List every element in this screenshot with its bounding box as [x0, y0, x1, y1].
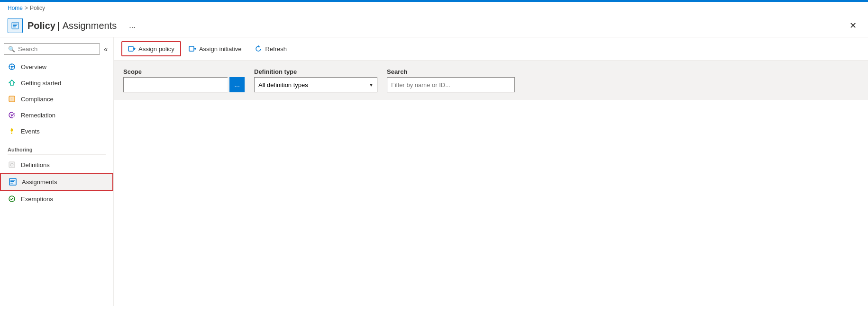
- page-icon: [8, 18, 23, 33]
- definition-type-filter-group: Definition type All definition types Pol…: [254, 68, 377, 92]
- svg-rect-21: [10, 183, 13, 184]
- scope-input[interactable]: [123, 77, 228, 92]
- scope-input-row: ...: [123, 77, 245, 92]
- breadcrumb: Home > Policy: [0, 2, 868, 14]
- sidebar-item-label-events: Events: [21, 128, 40, 135]
- getting-started-icon: [8, 79, 16, 87]
- content-area: Assign policy Assign initiative Refresh: [114, 37, 868, 306]
- authoring-section-label: Authoring: [0, 139, 113, 154]
- close-button[interactable]: ✕: [846, 18, 860, 33]
- ellipsis-button[interactable]: ...: [125, 19, 139, 32]
- svg-marker-14: [12, 128, 13, 132]
- svg-rect-25: [189, 46, 194, 51]
- header-pipe: |: [57, 20, 63, 31]
- search-input[interactable]: [18, 45, 96, 53]
- header-left: Policy | Assignments ...: [8, 18, 139, 33]
- definition-type-select[interactable]: All definition types Policy Initiative: [254, 77, 377, 92]
- header-subtitle: Assignments: [63, 20, 117, 31]
- sidebar-item-overview[interactable]: Overview: [0, 59, 113, 75]
- definitions-icon: [8, 160, 16, 169]
- compliance-icon: !: [8, 95, 16, 103]
- assign-policy-label: Assign policy: [138, 45, 174, 53]
- header-title: Policy: [27, 20, 55, 31]
- sidebar-item-label-assignments: Assignments: [22, 178, 57, 186]
- svg-rect-1: [13, 24, 18, 25]
- assign-policy-button[interactable]: Assign policy: [121, 41, 181, 56]
- sidebar-item-label-remediation: Remediation: [21, 112, 55, 119]
- refresh-icon: [255, 45, 262, 53]
- svg-rect-2: [13, 25, 17, 26]
- sidebar-item-definitions[interactable]: Definitions: [0, 157, 113, 173]
- search-filter-input[interactable]: [387, 77, 515, 92]
- assign-policy-icon: [128, 45, 136, 53]
- svg-marker-13: [10, 128, 12, 132]
- search-input-wrap: 🔍: [4, 43, 100, 55]
- svg-rect-16: [9, 162, 15, 168]
- sidebar-item-label-getting-started: Getting started: [21, 80, 61, 87]
- remediation-icon: [8, 111, 16, 119]
- sidebar-item-label-compliance: Compliance: [21, 96, 54, 103]
- sidebar-item-exemptions[interactable]: Exemptions: [0, 191, 113, 207]
- breadcrumb-separator: >: [25, 5, 28, 11]
- overview-icon: [8, 62, 16, 71]
- assignments-icon: [9, 178, 17, 186]
- header-title-group: Policy | Assignments: [27, 20, 117, 31]
- filter-bar: Scope ... Definition type All definition…: [114, 61, 868, 100]
- svg-rect-19: [10, 180, 15, 181]
- breadcrumb-home[interactable]: Home: [8, 5, 23, 11]
- scope-browse-button[interactable]: ...: [229, 77, 245, 92]
- svg-rect-3: [13, 27, 16, 27]
- collapse-button[interactable]: «: [102, 44, 110, 55]
- svg-rect-20: [10, 181, 14, 182]
- svg-point-5: [11, 66, 13, 68]
- events-icon: [8, 127, 16, 135]
- sidebar-item-assignments[interactable]: Assignments: [0, 173, 113, 191]
- sidebar-item-events[interactable]: Events: [0, 123, 113, 139]
- sidebar: 🔍 « Overview: [0, 37, 114, 306]
- authoring-divider: [8, 154, 106, 155]
- sidebar-item-label-definitions: Definitions: [21, 161, 50, 169]
- svg-text:!: !: [11, 97, 12, 101]
- definition-type-select-wrap: All definition types Policy Initiative ▼: [254, 77, 377, 92]
- refresh-button[interactable]: Refresh: [249, 42, 292, 55]
- sidebar-item-label-overview: Overview: [21, 63, 46, 71]
- svg-rect-23: [128, 46, 133, 51]
- search-row: 🔍 «: [0, 41, 113, 59]
- assign-initiative-label: Assign initiative: [199, 45, 242, 53]
- search-filter-label: Search: [387, 68, 515, 75]
- sidebar-item-compliance[interactable]: ! Compliance: [0, 91, 113, 107]
- scope-filter-group: Scope ...: [123, 68, 245, 92]
- assign-initiative-icon: [189, 45, 196, 53]
- exemptions-icon: [8, 195, 16, 203]
- toolbar: Assign policy Assign initiative Refresh: [114, 37, 868, 61]
- sidebar-item-label-exemptions: Exemptions: [21, 195, 53, 203]
- definition-type-label: Definition type: [254, 68, 377, 75]
- search-filter-group: Search: [387, 68, 515, 92]
- scope-label: Scope: [123, 68, 245, 75]
- breadcrumb-current: Policy: [30, 5, 45, 11]
- refresh-label: Refresh: [265, 45, 287, 53]
- main-layout: 🔍 « Overview: [0, 37, 868, 306]
- search-icon: 🔍: [8, 46, 15, 53]
- sidebar-item-remediation[interactable]: Remediation: [0, 107, 113, 123]
- assign-initiative-button[interactable]: Assign initiative: [183, 42, 247, 55]
- header-row: Policy | Assignments ... ✕: [0, 14, 868, 37]
- sidebar-item-getting-started[interactable]: Getting started: [0, 75, 113, 91]
